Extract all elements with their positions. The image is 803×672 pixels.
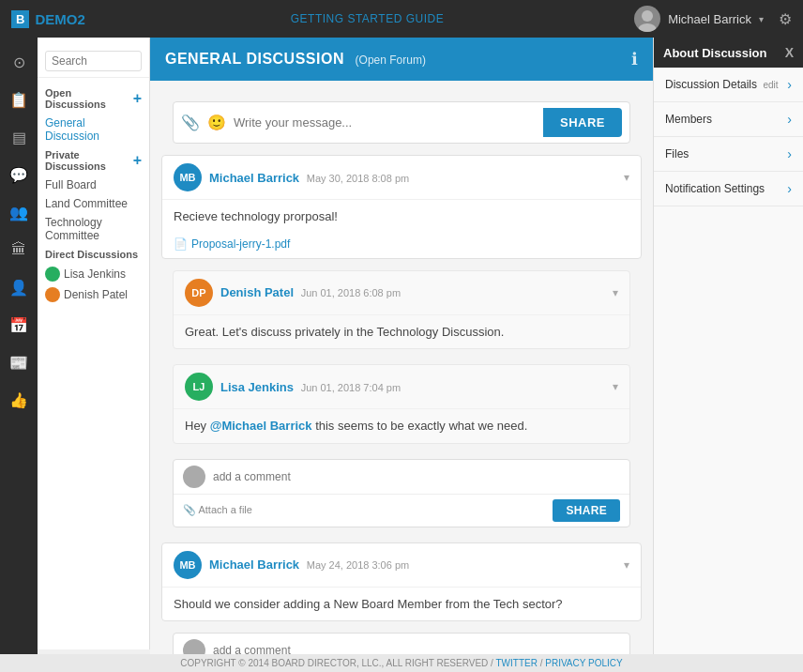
people-icon[interactable]: 👤 (2, 270, 36, 304)
right-panel-item-files[interactable]: Files › (654, 137, 803, 172)
thread-author-name: Michael Barrick (209, 557, 299, 572)
search-input[interactable] (45, 51, 142, 71)
add-open-discussion-btn[interactable]: + (133, 91, 142, 106)
thread-author-name: Michael Barrick (209, 171, 299, 185)
thread-date: May 30, 2018 8:08 pm (307, 173, 409, 184)
compose-section: 📎 🙂 SHARE (150, 81, 653, 144)
private-discussions-section: Private Discussions + (38, 145, 149, 176)
direct-discussions-section: Direct Discussions (38, 245, 149, 264)
thread-card: MB Michael Barrick May 30, 2018 8:08 pm … (161, 155, 642, 259)
thread-collapse-icon[interactable]: ▾ (624, 558, 629, 572)
svg-point-0 (642, 10, 653, 22)
attachment-icon[interactable]: 📎 (181, 114, 200, 131)
user-name: Michael Barrick (668, 12, 751, 26)
open-discussions-section: Open Discussions + (38, 84, 149, 114)
compose-input[interactable] (234, 115, 536, 130)
thread-header: MB Michael Barrick May 24, 2018 3:06 pm … (162, 543, 641, 588)
comment-avatar (183, 466, 205, 488)
thread-card: MB Michael Barrick May 24, 2018 3:06 pm … (161, 542, 642, 622)
discussion-title-group: GENERAL DISCUSSION (Open Forum) (165, 51, 426, 68)
discussion-icon[interactable]: 💬 (2, 158, 36, 191)
footer: COPYRIGHT © 2014 BOARD DIRECTOR, LLC., A… (0, 654, 803, 672)
comment-input[interactable] (213, 470, 620, 483)
private-discussions-label: Private Discussions (45, 149, 133, 172)
sidebar-item-denish-patel[interactable]: Denish Patel (38, 284, 149, 305)
reply-collapse-icon[interactable]: ▾ (613, 380, 618, 393)
home-icon[interactable]: ⊙ (2, 45, 36, 79)
reply-collapse-icon[interactable]: ▾ (613, 286, 618, 299)
groups-icon[interactable]: 👥 (2, 195, 36, 229)
attachment-name[interactable]: Proposal-jerry-1.pdf (191, 237, 290, 251)
emoji-icon[interactable]: 🙂 (207, 114, 226, 131)
footer-privacy-link[interactable]: PRIVACY POLICY (545, 658, 622, 668)
right-panel-title: About Discussion (663, 46, 767, 60)
compose-share-button[interactable]: SHARE (543, 108, 622, 137)
reply-date: Jun 01, 2018 7:04 pm (301, 382, 401, 393)
reply-author-name: Denish Patel (220, 285, 294, 299)
chevron-right-icon: › (787, 77, 792, 92)
reply-card: DP Denish Patel Jun 01, 2018 6:08 pm ▾ G… (173, 270, 630, 350)
edit-badge: edit (763, 80, 778, 90)
right-panel-item-details[interactable]: Discussion Details edit › (654, 68, 803, 102)
reply-author-info: Denish Patel Jun 01, 2018 6:08 pm (220, 285, 401, 299)
nav-link[interactable]: GETTING STARTED GUIDE (100, 12, 634, 25)
notes-icon[interactable]: 📋 (2, 83, 36, 116)
thread-date: May 24, 2018 3:06 pm (307, 559, 409, 571)
thread-author-avatar: MB (174, 551, 202, 579)
reply-body: Hey @Michael Barrick this seems to be ex… (174, 409, 629, 443)
app-logo: B DEMO2 (11, 10, 85, 28)
right-panel-item-label: Members (665, 113, 712, 126)
thread-author-info: Michael Barrick May 30, 2018 8:08 pm (209, 171, 409, 185)
top-nav: B DEMO2 GETTING STARTED GUIDE Michael Ba… (0, 0, 803, 38)
reply-author-name: Lisa Jenkins (220, 380, 294, 394)
pdf-icon: 📄 (174, 237, 188, 251)
discussion-title: GENERAL DISCUSSION (165, 51, 344, 67)
thread-author-info: Michael Barrick May 24, 2018 3:06 pm (209, 557, 409, 572)
right-panel-item-notifications[interactable]: Notification Settings › (654, 172, 803, 206)
reply-date: Jun 01, 2018 6:08 pm (301, 287, 401, 298)
right-panel-item-label: Files (665, 147, 689, 160)
right-panel-item-members[interactable]: Members › (654, 102, 803, 137)
right-panel-item-label: Discussion Details edit (665, 78, 779, 91)
reply-header: DP Denish Patel Jun 01, 2018 6:08 pm ▾ (174, 271, 629, 315)
logo-box: B (11, 10, 29, 28)
comment-share-button[interactable]: SHARE (553, 499, 620, 522)
list-icon[interactable]: ▤ (2, 120, 36, 154)
attach-file-link[interactable]: 📎 Attach a file (183, 504, 252, 516)
org-icon[interactable]: 🏛 (2, 233, 36, 267)
sidebar-item-land-committee[interactable]: Land Committee (38, 194, 149, 213)
app-name: DEMO2 (35, 11, 84, 27)
right-panel: About Discussion X Discussion Details ed… (653, 38, 803, 672)
sidebar-item-full-board[interactable]: Full Board (38, 176, 149, 194)
settings-icon[interactable]: ⚙ (779, 10, 792, 28)
sidebar-item-general-discussion[interactable]: General Discussion (38, 114, 149, 145)
direct-discussions-label: Direct Discussions (45, 249, 138, 260)
open-discussions-label: Open Discussions (45, 87, 133, 110)
reply-header: LJ Lisa Jenkins Jun 01, 2018 7:04 pm ▾ (174, 365, 629, 409)
reply-author-info: Lisa Jenkins Jun 01, 2018 7:04 pm (220, 380, 401, 394)
thread-collapse-icon[interactable]: ▾ (624, 171, 629, 184)
chevron-right-icon: › (787, 181, 792, 196)
sidebar-item-technology-committee[interactable]: Technology Committee (38, 213, 149, 245)
mention: @Michael Barrick (210, 419, 312, 433)
news-icon[interactable]: 📰 (2, 345, 36, 379)
chevron-right-icon: › (787, 146, 792, 161)
sidebar-item-lisa-jenkins[interactable]: Lisa Jenkins (38, 264, 149, 284)
reply-card: LJ Lisa Jenkins Jun 01, 2018 7:04 pm ▾ H… (173, 364, 630, 444)
user-menu-caret: ▾ (759, 14, 764, 24)
footer-copyright: COPYRIGHT © 2014 BOARD DIRECTOR, LLC., A… (180, 658, 493, 668)
user-menu[interactable]: Michael Barrick ▾ ⚙ (634, 6, 792, 32)
votes-icon[interactable]: 👍 (2, 383, 36, 417)
discussion-area: GENERAL DISCUSSION (Open Forum) ℹ 📎 🙂 SH… (150, 38, 653, 672)
reply-body: Great. Let's discuss privately in the Te… (174, 315, 629, 349)
calendar-icon[interactable]: 📅 (2, 308, 36, 342)
footer-twitter-link[interactable]: TWITTER (495, 658, 537, 668)
right-panel-close-btn[interactable]: X (785, 45, 794, 60)
main-wrapper: GENERAL DISCUSSION (Open Forum) ℹ 📎 🙂 SH… (150, 38, 803, 672)
thread-author-avatar: MB (174, 163, 202, 191)
thread-body: Recieve technology prorposal! (162, 200, 641, 234)
comment-area: 📎 Attach a file SHARE (173, 459, 630, 527)
discussion-info-icon[interactable]: ℹ (631, 49, 638, 69)
thread-list: MB Michael Barrick May 30, 2018 8:08 pm … (150, 144, 653, 672)
add-private-discussion-btn[interactable]: + (133, 153, 142, 168)
